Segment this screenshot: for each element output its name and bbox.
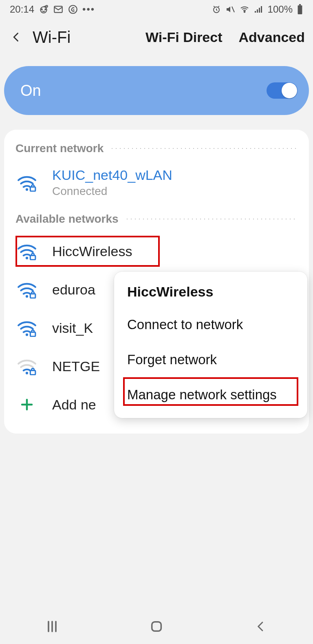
signal-icon [254, 4, 264, 14]
svg-rect-13 [299, 4, 301, 5]
mail-icon [53, 4, 64, 15]
mute-vibrate-icon [225, 4, 235, 14]
svg-rect-19 [30, 294, 35, 298]
wifi-secure-icon [17, 281, 37, 299]
toggle-switch[interactable] [267, 82, 298, 99]
network-ssid: NETGE [52, 359, 100, 374]
battery-percent: 100% [268, 4, 293, 15]
available-networks-section-header: Available networks [4, 204, 309, 232]
menu-item-forget[interactable]: Forget network [114, 342, 307, 377]
svg-point-20 [26, 334, 28, 336]
statusbar: 20:14 ••• 100% [0, 0, 313, 19]
svg-point-3 [45, 9, 46, 10]
current-network-label: Current network [15, 142, 104, 155]
network-row-hiccwireless[interactable]: HiccWireless [4, 232, 309, 270]
chevron-left-icon [11, 29, 22, 45]
current-network-status: Connected [52, 185, 172, 198]
status-time: 20:14 [10, 4, 34, 15]
current-network-ssid: KUIC_net40_wLAN [52, 167, 172, 183]
network-context-menu: HiccWireless Connect to network Forget n… [114, 272, 307, 418]
svg-rect-11 [261, 6, 262, 13]
statusbar-right: 100% [212, 4, 303, 15]
available-networks-label: Available networks [15, 212, 119, 226]
current-network-section-header: Current network [4, 142, 309, 162]
svg-rect-24 [152, 622, 161, 631]
back-button[interactable] [5, 26, 28, 49]
page-title: Wi-Fi [33, 28, 71, 46]
svg-point-16 [26, 257, 28, 259]
menu-item-manage[interactable]: Manage network settings [114, 377, 307, 412]
recents-icon [45, 619, 60, 634]
toggle-knob [282, 83, 297, 98]
svg-point-18 [26, 295, 28, 298]
wifi-status-icon [239, 4, 250, 14]
app-g-icon [68, 4, 78, 15]
statusbar-left: 20:14 ••• [10, 4, 95, 15]
wifi-secure-icon [17, 242, 37, 260]
android-navbar [0, 609, 313, 644]
add-network-label: Add ne [52, 397, 96, 413]
wifi-direct-link[interactable]: Wi-Fi Direct [145, 29, 223, 45]
wifi-master-toggle[interactable]: On [4, 66, 309, 115]
svg-rect-8 [255, 11, 256, 13]
svg-point-14 [26, 188, 28, 190]
svg-rect-23 [30, 370, 35, 374]
reddit-icon [38, 4, 49, 15]
battery-icon [297, 4, 303, 15]
nav-back-button[interactable] [236, 614, 285, 639]
svg-rect-17 [30, 255, 35, 259]
network-ssid: HiccWireless [52, 243, 132, 259]
network-ssid: visit_K [52, 320, 93, 336]
alarm-icon [212, 4, 221, 14]
context-menu-title: HiccWireless [114, 280, 307, 307]
svg-rect-15 [30, 187, 35, 191]
home-button[interactable] [132, 614, 181, 639]
wifi-secure-icon [17, 319, 37, 337]
chevron-left-icon [255, 620, 267, 633]
svg-rect-10 [259, 8, 260, 13]
plus-icon [20, 397, 34, 412]
divider-dots [110, 148, 298, 149]
wifi-toggle-label: On [20, 82, 41, 100]
svg-point-7 [244, 11, 245, 13]
svg-rect-21 [30, 332, 35, 336]
svg-rect-9 [257, 9, 258, 13]
svg-rect-12 [298, 5, 302, 14]
network-ssid: eduroa [52, 282, 95, 298]
more-notifications-icon: ••• [82, 4, 95, 15]
wifi-secure-weak-icon [17, 357, 37, 375]
home-icon [150, 620, 163, 633]
header: Wi-Fi Wi-Fi Direct Advanced [0, 19, 313, 55]
current-network-row[interactable]: KUIC_net40_wLAN Connected [4, 162, 309, 204]
divider-dots [125, 218, 298, 220]
svg-point-2 [42, 9, 42, 10]
svg-point-22 [26, 372, 28, 374]
advanced-link[interactable]: Advanced [239, 29, 305, 45]
menu-item-connect[interactable]: Connect to network [114, 307, 307, 342]
wifi-secure-icon [17, 174, 37, 192]
recents-button[interactable] [28, 614, 77, 639]
